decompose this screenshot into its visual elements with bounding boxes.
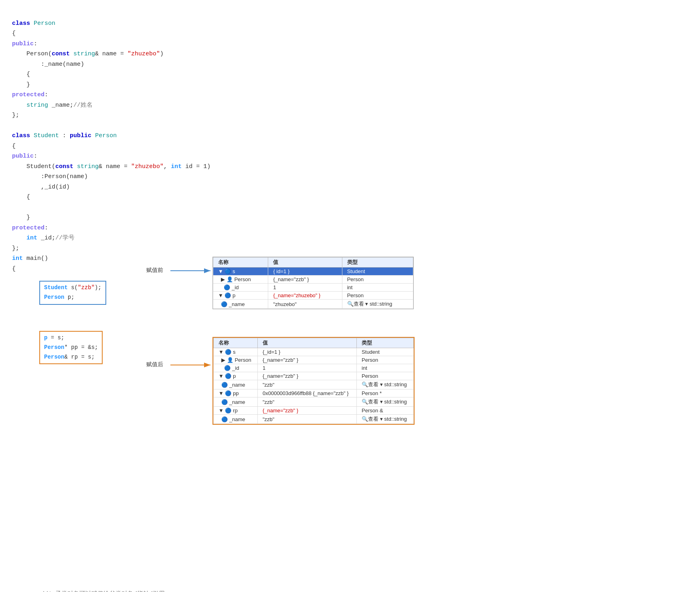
table-row: 🔵 _name "zzb" 🔍查看 ▾ std::string xyxy=(214,380,414,389)
table-row: 🔵 _id 1 int xyxy=(214,364,414,372)
label-after: 赋值后 xyxy=(146,361,163,368)
table-row: 🔵 _name "zzb" 🔍查看 ▾ std::string xyxy=(214,415,414,424)
code-block: class Person { public: Person(const stri… xyxy=(12,8,694,274)
col-name-before: 名称 xyxy=(213,257,268,268)
debug-table-after: 名称 值 类型 ▼ 🔵 s {_id=1 } Student ▶ 👤 Perso… xyxy=(212,337,415,425)
col-value-after: 值 xyxy=(257,338,356,348)
table-row: ▼ 🔵 s {_id=1 } Student xyxy=(214,348,414,356)
table-row: ▼ 🔵 s { id=1 } Student xyxy=(213,268,413,276)
class-keyword: class xyxy=(12,20,30,27)
table-row: 🔵 _id 1 int xyxy=(213,284,413,292)
label-before: 赋值前 xyxy=(146,267,163,274)
col-value-before: 值 xyxy=(268,257,342,268)
debug-table-before: 名称 值 类型 ▼ 🔵 s { id=1 } Student ▶ 👤 Perso… xyxy=(212,257,414,309)
table-row: 🔵 _name "zhuzebo" 🔍查看 ▾ std::string xyxy=(213,300,413,309)
col-name-after: 名称 xyxy=(214,338,258,348)
table-row: ▼ 🔵 p {_name="zzb" } Person xyxy=(214,372,414,380)
table-row: ▶ 👤 Person {_name="zzb" } Person xyxy=(214,356,414,364)
callout-before-assign: Student s("zzb"); Person p; xyxy=(39,281,106,305)
class-person-name: Person xyxy=(34,20,55,27)
table-row: ▶ 👤 Person {_name="zzb" } Person xyxy=(213,276,413,284)
col-type-after: 类型 xyxy=(357,338,414,348)
table-row: 🔵 _name "zzb" 🔍查看 ▾ std::string xyxy=(214,397,414,407)
comment-line: //1.子类对象可以赋值给父类对象/指针/引用 xyxy=(12,579,694,592)
table-row: ▼ 🔵 pp 0x0000003d966ffb88 {_name="zzb" }… xyxy=(214,389,414,397)
table-row: ▼ 🔵 rp {_name="zzb" } Person & xyxy=(214,407,414,415)
col-type-before: 类型 xyxy=(342,257,413,268)
callout-after-assign: p = s; Person* pp = &s; Person& rp = s; xyxy=(39,331,103,364)
table-row: ▼ 🔵 p {_name="zhuzebo" } Person xyxy=(213,292,413,300)
